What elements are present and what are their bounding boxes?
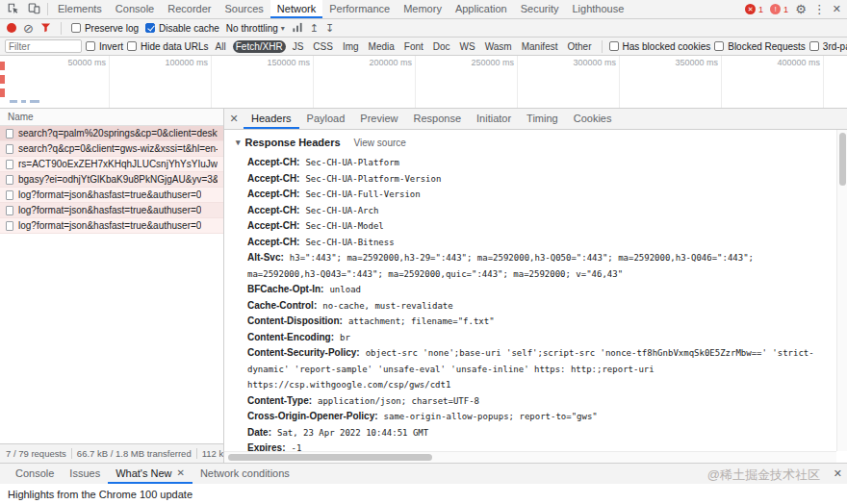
- filter-pill-font[interactable]: Font: [401, 40, 426, 53]
- issues-badge[interactable]: ! 1: [770, 4, 788, 14]
- summary-divider: [71, 448, 72, 459]
- response-headers-section[interactable]: ▾ Response Headers: [236, 137, 341, 148]
- filter-pill-all[interactable]: All: [213, 40, 229, 53]
- header-name: Content-Encoding:: [247, 332, 334, 342]
- vertical-scrollbar[interactable]: [836, 130, 847, 451]
- close-details-icon[interactable]: ✕: [224, 109, 244, 129]
- header-name: Accept-CH:: [247, 205, 299, 215]
- detail-tab-payload[interactable]: Payload: [299, 109, 353, 129]
- filter-pill-media[interactable]: Media: [366, 40, 398, 53]
- drawer-tab-network-conditions[interactable]: Network conditions: [192, 464, 297, 484]
- tab-network[interactable]: Network: [270, 0, 322, 18]
- request-row[interactable]: log?format=json&hasfast=true&authuser=0: [0, 203, 223, 218]
- tab-lighthouse[interactable]: Lighthouse: [565, 0, 630, 18]
- resources-size: 112 kB: [202, 448, 223, 459]
- drawer-tab-whats-new[interactable]: What's New ✕: [108, 464, 192, 484]
- request-row[interactable]: search?q=palm%20springs&cp=0&client=desk…: [0, 126, 223, 141]
- filter-pill-manifest[interactable]: Manifest: [519, 40, 561, 53]
- devtools-main-toolbar: Elements Console Recorder Sources Networ…: [0, 0, 847, 19]
- request-row[interactable]: search?q&cp=0&client=gws-wiz&xssi=t&hl=e…: [0, 141, 223, 157]
- error-badge[interactable]: ✕ 1: [745, 4, 763, 14]
- detail-tab-preview[interactable]: Preview: [352, 109, 405, 129]
- network-filter-input[interactable]: [5, 39, 82, 53]
- tab-recorder[interactable]: Recorder: [161, 0, 218, 18]
- tab-elements[interactable]: Elements: [51, 0, 109, 18]
- header-value: -1: [291, 443, 301, 451]
- hide-data-urls-checkbox[interactable]: Hide data URLs: [127, 41, 209, 52]
- detail-tab-response[interactable]: Response: [405, 109, 469, 129]
- throttling-select[interactable]: No throttling ▾: [226, 23, 285, 34]
- filter-pill-css[interactable]: CSS: [310, 40, 336, 53]
- invert-label: Invert: [99, 41, 123, 52]
- whats-new-title[interactable]: Highlights from the Chrome 100 update: [8, 489, 192, 500]
- request-row[interactable]: bgasy?ei=odhjYtGlKbaK9u8PkNGjgAU&yv=3&as…: [0, 172, 223, 188]
- timeline-tick: 300000 ms: [518, 56, 620, 108]
- name-column-header[interactable]: Name: [0, 109, 223, 126]
- request-row[interactable]: rs=ACT90oExZEH7xKHqhJLUCsnjYhYsYIuJw: [0, 157, 223, 172]
- tab-security[interactable]: Security: [514, 0, 566, 18]
- blocked-requests-checkbox[interactable]: Blocked Requests: [714, 41, 806, 52]
- tab-performance[interactable]: Performance: [322, 0, 397, 18]
- chevron-down-icon: ▾: [281, 24, 285, 33]
- active-filter-funnel-icon[interactable]: [40, 22, 51, 35]
- disable-cache-checkbox[interactable]: Disable cache: [145, 23, 219, 34]
- close-drawer-icon[interactable]: ✕: [834, 464, 842, 484]
- header-name: Content-Disposition:: [247, 315, 343, 326]
- toggle-device-toolbar-button[interactable]: [23, 0, 44, 18]
- horizontal-scrollbar[interactable]: [224, 451, 836, 463]
- filter-pill-doc[interactable]: Doc: [430, 40, 453, 53]
- kebab-menu-icon[interactable]: ⋮: [813, 3, 826, 15]
- request-row[interactable]: log?format=json&hasfast=true&authuser=0: [0, 218, 223, 234]
- third-party-requests-label: 3rd-party requests: [823, 41, 847, 52]
- network-overview-timeline[interactable]: 50000 ms 100000 ms 150000 ms 200000 ms 2…: [0, 56, 847, 109]
- overview-activity-bar: [21, 100, 26, 103]
- checkbox-icon: [809, 41, 819, 51]
- settings-gear-icon[interactable]: ⚙: [795, 3, 807, 15]
- close-whats-new-tab-icon[interactable]: ✕: [177, 467, 185, 478]
- filter-pill-ws[interactable]: WS: [457, 40, 478, 53]
- hide-data-urls-label: Hide data URLs: [141, 41, 209, 52]
- view-source-button[interactable]: View source: [354, 138, 406, 148]
- filter-pill-fetch-xhr[interactable]: Fetch/XHR: [233, 40, 286, 53]
- header-name: Cache-Control:: [247, 300, 317, 311]
- scrollbar-thumb[interactable]: [839, 133, 846, 186]
- drawer-tab-label: What's New: [116, 467, 171, 479]
- filter-pill-other[interactable]: Other: [564, 40, 594, 53]
- tab-console[interactable]: Console: [109, 0, 161, 18]
- preserve-log-checkbox[interactable]: Preserve log: [71, 23, 139, 34]
- tab-application[interactable]: Application: [449, 0, 514, 18]
- tab-sources[interactable]: Sources: [218, 0, 270, 18]
- checkbox-icon: [714, 41, 724, 51]
- filter-pill-img[interactable]: Img: [340, 40, 362, 53]
- detail-tab-timing[interactable]: Timing: [519, 109, 566, 129]
- checkbox-checked-icon: [145, 23, 155, 33]
- error-count: 1: [758, 5, 763, 14]
- response-header-row: BFCache-Opt-In:unload: [236, 282, 831, 298]
- response-header-row: Expires:-1: [236, 441, 831, 451]
- third-party-requests-checkbox[interactable]: 3rd-party requests: [809, 41, 847, 52]
- inspect-element-button[interactable]: [2, 0, 23, 18]
- import-har-icon[interactable]: ↥: [310, 23, 319, 34]
- detail-tab-initiator[interactable]: Initiator: [469, 109, 519, 129]
- detail-tab-cookies[interactable]: Cookies: [566, 109, 620, 129]
- issues-icon: !: [770, 4, 781, 14]
- clear-log-icon[interactable]: ⊘: [23, 22, 34, 35]
- checkbox-icon: [71, 23, 81, 33]
- request-row[interactable]: log?format=json&hasfast=true&authuser=0: [0, 188, 223, 203]
- network-conditions-icon[interactable]: [292, 22, 303, 35]
- blocked-requests-label: Blocked Requests: [728, 41, 806, 52]
- scrollbar-thumb[interactable]: [228, 454, 432, 461]
- has-blocked-cookies-checkbox[interactable]: Has blocked cookies: [609, 41, 711, 52]
- detail-tab-headers[interactable]: Headers: [244, 109, 299, 129]
- close-devtools-icon[interactable]: ✕: [833, 4, 841, 14]
- drawer-tab-console[interactable]: Console: [8, 464, 62, 484]
- detail-tabs: ✕ Headers Payload Preview Response Initi…: [224, 109, 847, 130]
- filter-pill-wasm[interactable]: Wasm: [482, 40, 515, 53]
- drawer-tab-issues[interactable]: Issues: [62, 464, 108, 484]
- toolbar-divider: [61, 22, 62, 35]
- export-har-icon[interactable]: ↧: [325, 23, 334, 34]
- tab-memory[interactable]: Memory: [397, 0, 449, 18]
- invert-checkbox[interactable]: Invert: [86, 41, 123, 52]
- record-button[interactable]: [7, 23, 16, 33]
- filter-pill-js[interactable]: JS: [290, 40, 307, 53]
